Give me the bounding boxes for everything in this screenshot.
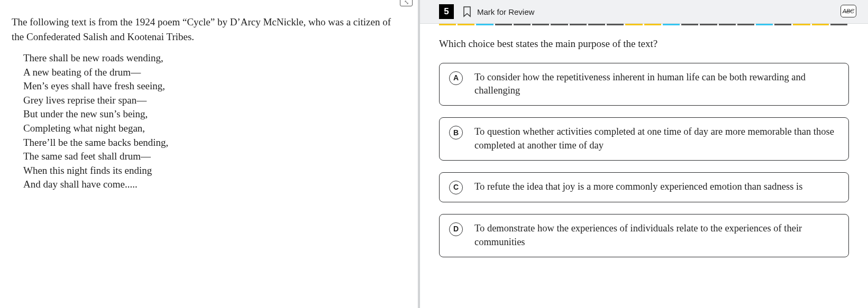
poem-block: There shall be new roads wending, A new … [12,51,402,192]
question-area: Which choice best states the main purpos… [420,26,868,274]
answer-choice-a[interactable]: A To consider how the repetitiveness inh… [439,63,849,106]
choice-letter: B [449,126,463,139]
poem-line: There shall be new roads wending, [23,51,402,66]
strike-abc-button[interactable]: ABC [840,5,856,17]
question-stem: Which choice best states the main purpos… [439,37,849,51]
passage-pane: ⤡ The following text is from the 1924 po… [0,0,418,308]
choice-text: To refute the idea that joy is a more co… [474,180,839,194]
choice-text: To demonstrate how the experiences of in… [474,222,839,249]
choice-letter: D [449,222,463,236]
poem-line: And day shall have come..... [23,178,402,192]
poem-line: There’ll be the same backs bending, [23,136,402,150]
answer-choice-d[interactable]: D To demonstrate how the experiences of … [439,214,849,257]
question-number-badge: 5 [439,4,454,19]
choice-text: To consider how the repetitiveness inher… [474,71,839,98]
poem-line: The same sad feet shall drum— [23,150,402,164]
question-header-bar: 5 Mark for Review ABC [420,0,868,24]
question-pane: ⤢ 5 Mark for Review ABC Which choice bes… [420,0,868,308]
poem-line: But under the new sun’s being, [23,107,402,122]
poem-line: When this night finds its ending [23,164,402,178]
bookmark-icon[interactable] [462,6,472,17]
poem-line: Grey lives reprise their span— [23,94,402,108]
choice-text: To question whether activities completed… [474,125,839,153]
poem-line: Men’s eyes shall have fresh seeing, [23,79,402,94]
passage-intro: The following text is from the 1924 poem… [12,15,402,44]
collapse-left-icon[interactable]: ⤡ [400,0,413,6]
answer-choice-b[interactable]: B To question whether activities complet… [439,117,849,161]
poem-line: Completing what night began, [23,122,402,136]
answer-choice-c[interactable]: C To refute the idea that joy is a more … [439,172,849,202]
poem-line: A new beating of the drum— [23,66,402,80]
choice-letter: A [449,71,463,85]
choice-letter: C [449,181,463,194]
mark-for-review-label[interactable]: Mark for Review [477,7,534,16]
